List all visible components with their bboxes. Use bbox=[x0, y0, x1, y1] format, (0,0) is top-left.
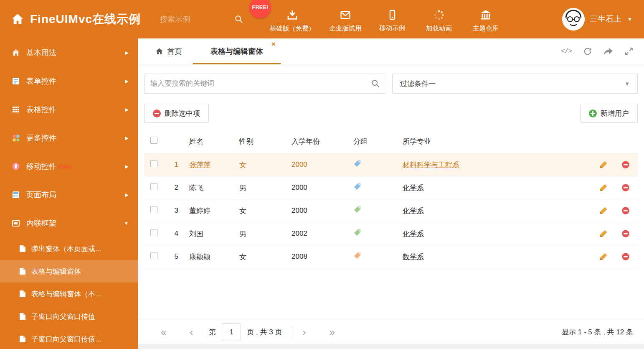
delete-row-icon[interactable] bbox=[621, 252, 630, 261]
row-checkbox[interactable] bbox=[150, 160, 157, 167]
nav-enterprise-trial[interactable]: 企业版试用 bbox=[322, 6, 369, 33]
header-search-input[interactable] bbox=[160, 15, 230, 24]
tab-home[interactable]: 首页 bbox=[145, 38, 193, 64]
edit-icon[interactable] bbox=[599, 252, 608, 261]
nav-label: 主题仓库 bbox=[473, 24, 499, 33]
last-page-button[interactable]: » bbox=[329, 327, 335, 337]
nav-mobile-demo[interactable]: 移动示例 bbox=[369, 6, 416, 33]
expand-icon[interactable] bbox=[625, 47, 633, 56]
nav-label: 企业版试用 bbox=[329, 24, 362, 33]
column-header-gender[interactable]: 性别 bbox=[233, 137, 286, 146]
tag-icon bbox=[353, 252, 361, 260]
nav-loading-animations[interactable]: 加载动画 bbox=[416, 6, 462, 33]
refresh-icon[interactable] bbox=[583, 47, 592, 56]
table-row[interactable]: 3 董婷婷 女 2000 化学系 bbox=[144, 199, 638, 222]
column-header-year[interactable]: 入学年份 bbox=[286, 137, 347, 146]
major-link[interactable]: 化学系 bbox=[403, 207, 424, 215]
table-row[interactable]: 1 张萍萍 女 2000 材料科学与工程系 bbox=[144, 153, 638, 176]
spinner-icon bbox=[433, 9, 445, 21]
delete-row-icon[interactable] bbox=[621, 229, 630, 238]
grid-toolbar: 删除选中项 新增用户 bbox=[144, 104, 638, 123]
close-icon[interactable]: × bbox=[271, 41, 276, 48]
search-icon[interactable] bbox=[371, 79, 380, 88]
table-row[interactable]: 5 康颖颖 女 2008 数学系 bbox=[144, 245, 638, 268]
content-panel: 首页 表格与编辑窗体 × </> 过滤条件一 ▼ bbox=[138, 38, 644, 344]
add-user-button[interactable]: 新增用户 bbox=[580, 104, 638, 123]
sidebar-item-form-controls[interactable]: 表单控件 ▶ bbox=[0, 67, 138, 95]
major-link[interactable]: 材料科学与工程系 bbox=[403, 161, 459, 169]
student-name: 张萍萍 bbox=[189, 161, 210, 169]
row-checkbox[interactable] bbox=[150, 252, 157, 259]
sidebar-subitem[interactable]: 子窗口向父窗口传值... bbox=[0, 328, 138, 349]
delete-selected-button[interactable]: 删除选中项 bbox=[144, 104, 209, 123]
student-name: 董婷婷 bbox=[189, 207, 210, 215]
delete-row-icon[interactable] bbox=[621, 160, 630, 169]
row-number: 4 bbox=[165, 229, 183, 238]
sidebar-item-mobile-controls[interactable]: 移动控件 Corp. ▶ bbox=[0, 152, 138, 181]
envelope-icon bbox=[340, 9, 351, 21]
more-controls-icon bbox=[12, 134, 20, 142]
sidebar-item-more-controls[interactable]: 更多控件 ▶ bbox=[0, 124, 138, 152]
sidebar-subitem[interactable]: 弹出窗体（本页面或... bbox=[0, 237, 138, 260]
delete-row-icon[interactable] bbox=[621, 183, 630, 192]
sidebar-item-iframe[interactable]: 内联框架 ▼ bbox=[0, 209, 138, 237]
free-badge: FREE! bbox=[249, 0, 271, 18]
student-gender: 女 bbox=[233, 160, 286, 170]
user-menu[interactable]: 三生石上 ▼ bbox=[562, 8, 632, 31]
file-icon bbox=[19, 267, 26, 275]
edit-icon[interactable] bbox=[599, 206, 608, 215]
row-checkbox[interactable] bbox=[150, 229, 157, 236]
keyword-search-input[interactable] bbox=[150, 79, 371, 88]
student-name: 刘国 bbox=[189, 230, 203, 238]
filter-dropdown[interactable]: 过滤条件一 ▼ bbox=[392, 74, 638, 94]
row-checkbox[interactable] bbox=[150, 183, 157, 190]
sidebar-subitem[interactable]: 表格与编辑窗体（不... bbox=[0, 283, 138, 305]
filter-row: 过滤条件一 ▼ bbox=[144, 74, 638, 94]
first-page-button[interactable]: « bbox=[161, 327, 166, 337]
nav-label: 基础版（免费） bbox=[270, 24, 315, 33]
chevron-right-icon: ▶ bbox=[125, 50, 129, 56]
nav-basic-free[interactable]: FREE! 基础版（免费） bbox=[263, 6, 322, 33]
enroll-year: 2000 bbox=[286, 160, 347, 169]
sidebar-item-page-layout[interactable]: 页面布局 ▶ bbox=[0, 181, 138, 209]
page-number-input[interactable] bbox=[222, 324, 241, 341]
row-number: 2 bbox=[165, 183, 183, 192]
select-all-checkbox[interactable] bbox=[150, 137, 157, 144]
next-page-button[interactable]: › bbox=[302, 327, 306, 337]
sidebar-item-grid-controls[interactable]: 表格控件 ▶ bbox=[0, 95, 138, 124]
chevron-right-icon: ▶ bbox=[125, 79, 129, 84]
student-name: 陈飞 bbox=[189, 184, 203, 192]
column-header-group[interactable]: 分组 bbox=[347, 137, 397, 146]
avatar bbox=[562, 8, 585, 31]
prev-page-button[interactable]: ‹ bbox=[190, 327, 193, 337]
sidebar-subitem[interactable]: 子窗口向父窗口传值 bbox=[0, 305, 138, 328]
table-row[interactable]: 4 刘国 男 2002 化学系 bbox=[144, 222, 638, 245]
forward-icon[interactable] bbox=[603, 47, 614, 56]
table-row[interactable]: 2 陈飞 男 2000 化学系 bbox=[144, 176, 638, 199]
code-icon[interactable]: </> bbox=[561, 48, 572, 55]
tab-grid-edit-window[interactable]: 表格与编辑窗体 × bbox=[193, 38, 281, 64]
edit-icon[interactable] bbox=[599, 183, 608, 192]
student-gender: 女 bbox=[233, 206, 286, 216]
sidebar-subitem-grid-edit-window[interactable]: 表格与编辑窗体 bbox=[0, 260, 138, 283]
delete-row-icon[interactable] bbox=[621, 206, 630, 215]
major-link[interactable]: 化学系 bbox=[403, 230, 424, 238]
edit-icon[interactable] bbox=[599, 229, 608, 238]
edit-icon[interactable] bbox=[599, 160, 608, 169]
column-header-major[interactable]: 所学专业 bbox=[397, 137, 593, 146]
major-link[interactable]: 数学系 bbox=[403, 253, 424, 261]
sidebar-item-basic-usage[interactable]: 基本用法 ▶ bbox=[0, 38, 138, 67]
search-icon[interactable] bbox=[234, 15, 243, 24]
nav-theme-repo[interactable]: 主题仓库 bbox=[462, 6, 509, 33]
page-label-suffix: 页 , 共 3 页 bbox=[247, 327, 282, 337]
sidebar: 基本用法 ▶ 表单控件 ▶ 表格控件 ▶ 更多控件 ▶ 移动控件 Corp. ▶ bbox=[0, 38, 138, 349]
major-link[interactable]: 化学系 bbox=[403, 184, 424, 192]
app-logo-home-icon[interactable] bbox=[11, 13, 24, 26]
iframe-icon bbox=[12, 219, 20, 227]
row-checkbox[interactable] bbox=[150, 206, 157, 213]
tag-icon bbox=[353, 229, 361, 237]
enroll-year: 2002 bbox=[286, 229, 347, 238]
layout-icon bbox=[12, 191, 20, 199]
bank-icon bbox=[480, 9, 492, 21]
column-header-name[interactable]: 姓名 bbox=[183, 137, 233, 146]
